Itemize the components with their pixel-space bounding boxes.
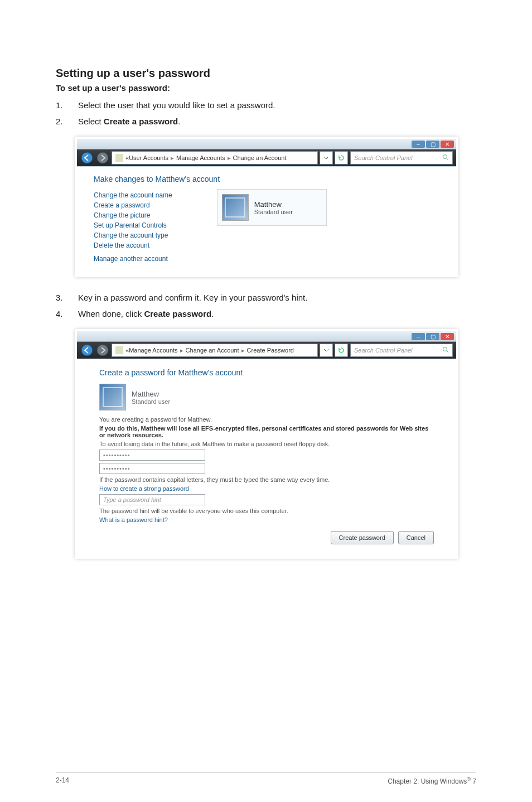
link-manage-another[interactable]: Manage another account [94,255,172,263]
step-text-pre: Select [78,117,104,126]
pane-heading: Make changes to Matthew's account [94,175,439,183]
task-links: Change the account name Create a passwor… [94,189,172,265]
new-password-input[interactable]: •••••••••• [99,450,205,461]
close-button[interactable]: ✕ [441,141,454,148]
crumb[interactable]: Manage Accounts [129,347,177,354]
crumb[interactable]: Manage Accounts [176,154,225,161]
step-text-pre: When done, click [78,309,144,318]
step-text: Select Create a password. [78,115,180,128]
close-button[interactable]: ✕ [441,333,454,340]
address-dropdown-button[interactable] [320,151,333,165]
minimize-button[interactable]: – [412,333,425,340]
step-number: 1. [56,99,78,112]
step-number: 3. [56,292,78,305]
crumb[interactable]: Change an Account [233,154,287,161]
account-name: Matthew [132,390,170,398]
control-panel-icon [115,346,123,354]
maximize-button[interactable]: ▢ [426,141,439,148]
screenshot-create-password: – ▢ ✕ « Manage Accounts ▸ Change an Acco… [75,329,458,559]
search-input[interactable]: Search Control Panel [350,344,453,357]
window-titlebar: – ▢ ✕ [77,139,456,149]
account-card: Matthew Standard user [217,189,327,226]
crumb[interactable]: Change an Account [186,347,239,354]
step-number: 4. [56,308,78,321]
svg-point-4 [81,345,93,356]
forward-button[interactable] [96,151,109,165]
warning-note: If you do this, Matthew will lose all EF… [99,425,434,438]
step-text-strong: Create a password [104,117,178,126]
step-text-strong: Create password [144,309,211,318]
svg-point-1 [97,152,108,163]
content-pane: Create a password for Matthew's account … [77,359,456,557]
link-create-password[interactable]: Create a password [94,201,172,209]
address-dropdown-button[interactable] [320,344,333,357]
step-text: Key in a password and confirm it. Key in… [78,292,307,305]
create-password-button[interactable]: Create password [331,531,394,544]
screenshot-change-account: – ▢ ✕ « User Accounts ▸ Manage Accounts … [75,137,458,277]
search-placeholder: Search Control Panel [354,154,413,161]
steps-list-b: 3. Key in a password and confirm it. Key… [56,292,476,320]
creating-note: You are creating a password for Matthew. [99,416,434,423]
search-placeholder: Search Control Panel [354,347,413,354]
page-number: 2-14 [56,776,69,785]
back-button[interactable] [80,344,94,357]
breadcrumb[interactable]: « User Accounts ▸ Manage Accounts ▸ Chan… [112,151,318,165]
account-name: Matthew [254,200,293,209]
search-input[interactable]: Search Control Panel [350,151,453,165]
account-type: Standard user [254,209,293,215]
svg-line-3 [447,158,448,160]
footer-text-post: 7 [471,777,476,785]
step-text-post: . [211,309,214,318]
step-text-post: . [178,117,180,126]
link-delete-account[interactable]: Delete the account [94,241,172,249]
back-button[interactable] [80,151,94,165]
cancel-button[interactable]: Cancel [398,531,434,544]
password-hint-input[interactable]: Type a password hint [99,494,205,505]
steps-list-a: 1. Select the user that you would like t… [56,99,476,128]
caps-note: If the password contains capital letters… [99,476,434,483]
crumb[interactable]: User Accounts [129,154,168,161]
control-panel-icon [115,154,123,162]
refresh-button[interactable] [335,344,348,357]
svg-point-5 [97,345,108,356]
account-type: Standard user [132,398,170,405]
link-strong-password[interactable]: How to create a strong password [99,485,434,492]
search-icon [442,346,449,354]
forward-button[interactable] [96,344,109,357]
link-password-hint-help[interactable]: What is a password hint? [99,516,434,523]
step-text: When done, click Create password. [78,308,214,321]
chapter-label: Chapter 2: Using Windows® 7 [388,776,476,785]
step-number: 2. [56,115,78,128]
avatar [222,194,249,221]
address-bar: « User Accounts ▸ Manage Accounts ▸ Chan… [77,149,456,166]
hint-note: The password hint will be visible to eve… [99,508,434,514]
section-title: Setting up a user's password [56,67,476,80]
breadcrumb[interactable]: « Manage Accounts ▸ Change an Account ▸ … [112,344,318,357]
avatar [99,384,126,410]
section-subheading: To set up a user's password: [56,83,476,93]
step-text: Select the user that you would like to s… [78,99,275,112]
svg-point-0 [81,152,93,163]
footer-text-pre: Chapter 2: Using Windows [388,777,467,785]
page-footer: 2-14 Chapter 2: Using Windows® 7 [56,772,476,785]
address-bar: « Manage Accounts ▸ Change an Account ▸ … [77,342,456,359]
pane-heading: Create a password for Matthew's account [99,368,434,377]
content-pane: Make changes to Matthew's account Change… [77,166,456,275]
user-summary: Matthew Standard user [99,384,434,410]
link-change-name[interactable]: Change the account name [94,191,172,199]
svg-line-7 [447,351,448,352]
confirm-password-input[interactable]: •••••••••• [99,463,205,474]
refresh-button[interactable] [335,151,348,165]
link-parental-controls[interactable]: Set up Parental Controls [94,221,172,229]
maximize-button[interactable]: ▢ [426,333,439,340]
button-row: Create password Cancel [99,531,434,544]
crumb[interactable]: Create Password [247,347,294,354]
link-change-type[interactable]: Change the account type [94,231,172,239]
search-icon [442,154,449,162]
minimize-button[interactable]: – [412,141,425,148]
svg-point-2 [443,155,447,159]
footer-reg-mark: ® [467,776,471,782]
avoid-note: To avoid losing data in the future, ask … [99,441,434,447]
window-titlebar: – ▢ ✕ [77,331,456,342]
link-change-picture[interactable]: Change the picture [94,211,172,219]
